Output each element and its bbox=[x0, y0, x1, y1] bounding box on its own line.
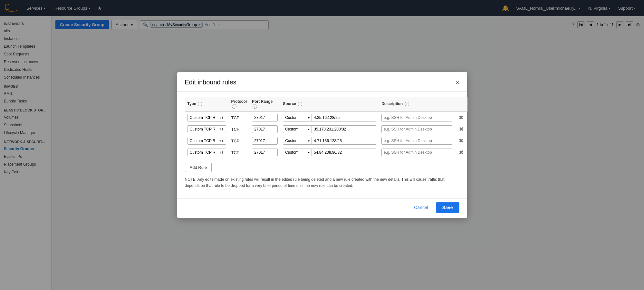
rule-source-cell: Custom ▾ bbox=[280, 123, 379, 135]
rule-description-cell bbox=[379, 111, 455, 123]
source-ip-input-3[interactable] bbox=[312, 149, 376, 156]
source-info-icon[interactable]: i bbox=[298, 102, 302, 106]
source-select-0[interactable]: Custom ▾ bbox=[283, 114, 312, 121]
source-ip-input-1[interactable] bbox=[312, 125, 376, 133]
protocol-info-icon[interactable]: i bbox=[232, 104, 236, 109]
type-select-1[interactable]: Custom TCP R ⬆⬇ bbox=[187, 125, 226, 133]
rule-type-cell: Custom TCP R ⬆⬇ bbox=[185, 123, 229, 135]
port-range-input-2[interactable] bbox=[252, 137, 278, 145]
note-text: NOTE: Any edits made on existing rules w… bbox=[185, 177, 459, 193]
source-select-arrow-icon: ▾ bbox=[308, 128, 310, 131]
rule-source-cell: Custom ▾ bbox=[280, 135, 379, 147]
port-range-info-icon[interactable]: i bbox=[253, 104, 257, 109]
remove-rule-button-3[interactable]: ✖ bbox=[457, 149, 465, 156]
rule-protocol-cell: TCP bbox=[229, 135, 250, 147]
rule-port-cell bbox=[249, 123, 280, 135]
modal-title: Edit inbound rules bbox=[185, 79, 236, 86]
cancel-button[interactable]: Cancel bbox=[410, 202, 432, 213]
col-source: Source i bbox=[280, 97, 379, 111]
description-input-3[interactable] bbox=[381, 149, 452, 156]
description-input-1[interactable] bbox=[381, 125, 452, 133]
rules-table: Type i Protocol i Port Range i Source bbox=[185, 97, 468, 158]
rule-port-cell bbox=[249, 135, 280, 147]
source-select-arrow-icon: ▾ bbox=[308, 151, 310, 154]
rule-protocol-cell: TCP bbox=[229, 123, 250, 135]
port-range-input-1[interactable] bbox=[252, 125, 278, 133]
col-actions bbox=[455, 97, 467, 111]
remove-rule-button-2[interactable]: ✖ bbox=[457, 137, 465, 144]
table-row: Custom TCP R ⬆⬇ TCP Custom ▾ bbox=[185, 147, 468, 158]
rule-protocol-cell: TCP bbox=[229, 111, 250, 123]
type-select-2[interactable]: Custom TCP R ⬆⬇ bbox=[187, 137, 226, 145]
type-select-arrow-icon: ⬆⬇ bbox=[219, 151, 224, 154]
modal-body: Type i Protocol i Port Range i Source bbox=[177, 92, 467, 198]
description-input-2[interactable] bbox=[381, 137, 452, 145]
source-select-3[interactable]: Custom ▾ bbox=[283, 149, 312, 156]
type-select-arrow-icon: ⬆⬇ bbox=[219, 116, 224, 120]
rule-type-cell: Custom TCP R ⬆⬇ bbox=[185, 147, 229, 158]
table-row: Custom TCP R ⬆⬇ TCP Custom ▾ bbox=[185, 123, 468, 135]
type-select-0[interactable]: Custom TCP R ⬆⬇ bbox=[187, 114, 226, 121]
rule-remove-cell: ✖ bbox=[455, 123, 467, 135]
rule-type-cell: Custom TCP R ⬆⬇ bbox=[185, 111, 229, 123]
source-select-arrow-icon: ▾ bbox=[308, 116, 310, 120]
rule-port-cell bbox=[249, 111, 280, 123]
description-info-icon[interactable]: i bbox=[405, 102, 409, 106]
col-description: Description i bbox=[379, 97, 455, 111]
type-select-arrow-icon: ⬆⬇ bbox=[219, 139, 224, 143]
rule-source-cell: Custom ▾ bbox=[280, 147, 379, 158]
port-range-input-0[interactable] bbox=[252, 114, 278, 121]
col-protocol: Protocol i bbox=[229, 97, 250, 111]
rule-description-cell bbox=[379, 123, 455, 135]
modal-footer: Cancel Save bbox=[177, 198, 467, 218]
col-type: Type i bbox=[185, 97, 229, 111]
rule-remove-cell: ✖ bbox=[455, 111, 467, 123]
add-rule-button[interactable]: Add Rule bbox=[185, 163, 212, 172]
source-select-2[interactable]: Custom ▾ bbox=[283, 137, 312, 145]
rule-port-cell bbox=[249, 147, 280, 158]
table-header-row: Type i Protocol i Port Range i Source bbox=[185, 97, 468, 111]
modal-overlay: Edit inbound rules × Type i Protocol i bbox=[0, 0, 644, 290]
source-ip-input-0[interactable] bbox=[312, 114, 376, 121]
description-input-0[interactable] bbox=[381, 114, 452, 121]
modal-close-button[interactable]: × bbox=[456, 79, 459, 86]
port-range-input-3[interactable] bbox=[252, 149, 278, 156]
col-port-range: Port Range i bbox=[249, 97, 280, 111]
edit-inbound-rules-modal: Edit inbound rules × Type i Protocol i bbox=[177, 72, 467, 218]
modal-header: Edit inbound rules × bbox=[177, 72, 467, 92]
type-select-arrow-icon: ⬆⬇ bbox=[219, 128, 224, 131]
rule-source-cell: Custom ▾ bbox=[280, 111, 379, 123]
table-row: Custom TCP R ⬆⬇ TCP Custom ▾ bbox=[185, 135, 468, 147]
rule-type-cell: Custom TCP R ⬆⬇ bbox=[185, 135, 229, 147]
type-select-3[interactable]: Custom TCP R ⬆⬇ bbox=[187, 149, 226, 156]
rule-remove-cell: ✖ bbox=[455, 135, 467, 147]
remove-rule-button-1[interactable]: ✖ bbox=[457, 126, 465, 133]
rule-description-cell bbox=[379, 135, 455, 147]
type-info-icon[interactable]: i bbox=[198, 102, 202, 106]
source-ip-input-2[interactable] bbox=[312, 137, 376, 145]
remove-rule-button-0[interactable]: ✖ bbox=[457, 114, 465, 121]
table-row: Custom TCP R ⬆⬇ TCP Custom ▾ bbox=[185, 111, 468, 123]
save-button[interactable]: Save bbox=[436, 202, 459, 213]
rule-protocol-cell: TCP bbox=[229, 147, 250, 158]
rule-description-cell bbox=[379, 147, 455, 158]
source-select-arrow-icon: ▾ bbox=[308, 139, 310, 143]
rule-remove-cell: ✖ bbox=[455, 147, 467, 158]
source-select-1[interactable]: Custom ▾ bbox=[283, 125, 312, 133]
